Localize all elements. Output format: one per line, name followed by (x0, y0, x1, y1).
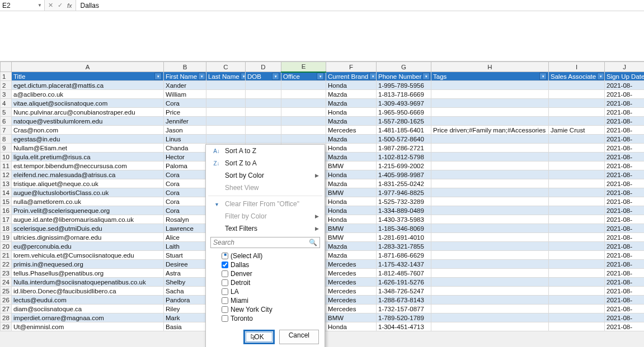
row-header-17[interactable]: 17 (1, 215, 12, 224)
filter-option[interactable]: LA (222, 287, 320, 296)
cell[interactable]: Honda (326, 170, 377, 179)
cell[interactable] (549, 179, 605, 188)
cell[interactable]: Cora (164, 179, 206, 188)
cell[interactable]: 2021-08- (605, 144, 645, 153)
formula-bar-expanded[interactable] (0, 11, 644, 61)
cell[interactable]: 1-525-732-3289 (377, 197, 431, 206)
cell[interactable] (281, 90, 326, 99)
filter-checkbox[interactable] (222, 279, 228, 286)
cell[interactable]: 1-500-572-8640 (377, 135, 431, 144)
row-header-28[interactable]: 28 (1, 313, 12, 322)
cell[interactable]: Mazda (326, 99, 377, 108)
sort-a-to-z[interactable]: A↓ Sort A to Z (206, 145, 325, 157)
cell[interactable] (246, 99, 281, 108)
cell[interactable]: lectus@eudui.com (12, 296, 164, 305)
filter-button-icon[interactable]: ▾ (422, 73, 430, 80)
cell[interactable]: Alice (164, 233, 206, 242)
cancel-button[interactable]: Cancel (279, 330, 319, 344)
cell[interactable] (549, 108, 605, 117)
filter-button-icon[interactable]: ▾ (597, 73, 604, 80)
cell[interactable] (246, 126, 281, 135)
cell[interactable] (431, 224, 549, 233)
cell[interactable]: Desiree (164, 260, 206, 269)
column-header-cell[interactable]: Phone Number▾ (377, 72, 431, 81)
cell[interactable]: 2021-08- (605, 233, 645, 242)
column-header-cell[interactable]: Tags▾ (431, 72, 549, 81)
cell[interactable]: Proin.velit@scelerisqueneque.org (12, 206, 164, 215)
cell[interactable]: 1-557-280-1625 (377, 117, 431, 126)
text-filters[interactable]: Text Filters ▶ (206, 222, 325, 235)
column-header-B[interactable]: B (164, 62, 206, 72)
cell[interactable] (549, 278, 605, 287)
cell[interactable]: Mazda (326, 179, 377, 188)
cell[interactable]: 1-309-493-9697 (377, 99, 431, 108)
cell[interactable]: lorem.vehicula.et@Cumsociisnatoque.edu (12, 251, 164, 260)
cell[interactable]: Hector (164, 153, 206, 161)
cell[interactable] (206, 135, 246, 144)
row-header-19[interactable]: 19 (1, 233, 12, 242)
row-header-5[interactable]: 5 (1, 108, 12, 117)
cell[interactable] (431, 197, 549, 206)
cell[interactable]: 2021-08- (605, 81, 645, 90)
cell[interactable]: Cora (164, 197, 206, 206)
filter-button-icon[interactable]: ▾ (272, 73, 279, 80)
filter-button-icon[interactable]: ▾ (154, 73, 162, 80)
cell[interactable]: 2021-08- (605, 278, 645, 287)
cell[interactable] (431, 233, 549, 242)
cell[interactable]: 2021-08- (605, 90, 645, 99)
row-header-2[interactable]: 2 (1, 81, 12, 90)
filter-button-icon[interactable]: ▾ (317, 73, 324, 80)
cell[interactable] (246, 117, 281, 126)
row-header-25[interactable]: 25 (1, 287, 12, 296)
cell[interactable]: scelerisque.sed@utmiDuis.edu (12, 224, 164, 233)
cell[interactable]: Honda (326, 197, 377, 206)
cell[interactable]: 1-405-998-9987 (377, 170, 431, 179)
cell[interactable]: 1-185-346-8069 (377, 224, 431, 233)
cell[interactable]: Mercedes (326, 278, 377, 287)
cell[interactable]: ligula.elit.pretium@risus.ca (12, 153, 164, 161)
cell[interactable]: Mercedes (326, 287, 377, 296)
cell[interactable] (431, 296, 549, 305)
sort-by-color[interactable]: Sort by Color ▶ (206, 169, 325, 182)
row-header-26[interactable]: 26 (1, 296, 12, 305)
cell[interactable] (431, 206, 549, 215)
cell[interactable]: Honda (326, 108, 377, 117)
cell[interactable] (281, 99, 326, 108)
cell[interactable]: Riley (164, 305, 206, 313)
cell[interactable]: 1-871-686-6629 (377, 251, 431, 260)
cell[interactable]: Cora (164, 188, 206, 197)
cell[interactable]: vitae.aliquet@sociisnatoque.com (12, 99, 164, 108)
formula-input[interactable]: Dallas (76, 0, 644, 11)
cell[interactable]: 1-813-718-6669 (377, 90, 431, 99)
filter-search-input[interactable] (213, 238, 309, 247)
cell[interactable]: primis.in@nequesed.org (12, 260, 164, 269)
cell[interactable]: 1-965-950-6669 (377, 108, 431, 117)
cell[interactable]: BMW (326, 313, 377, 322)
cell[interactable]: Honda (326, 81, 377, 90)
column-header-J[interactable]: J (605, 62, 645, 72)
cell[interactable] (549, 322, 605, 331)
cell[interactable]: 2021-08- (605, 242, 645, 251)
cell[interactable] (431, 99, 549, 108)
column-header-D[interactable]: D (246, 62, 281, 72)
cell[interactable] (549, 153, 605, 161)
filter-option[interactable]: Toronto (222, 314, 320, 323)
row-header-12[interactable]: 12 (1, 170, 12, 179)
cell[interactable]: augue@luctuslobortisClass.co.uk (12, 188, 164, 197)
cell[interactable]: BMW (326, 233, 377, 242)
ok-button[interactable]: OK (243, 330, 274, 344)
row-header-15[interactable]: 15 (1, 197, 12, 206)
cell[interactable] (549, 117, 605, 126)
row-header-8[interactable]: 8 (1, 135, 12, 144)
cell[interactable]: Paloma (164, 161, 206, 170)
cell[interactable] (281, 117, 326, 126)
column-header-cell[interactable]: DOB▾ (246, 72, 281, 81)
cell[interactable] (549, 296, 605, 305)
name-box-dropdown-icon[interactable]: ▼ (37, 3, 42, 8)
cell[interactable] (549, 269, 605, 278)
cell[interactable]: 2021-08- (605, 260, 645, 269)
cell[interactable]: 1-626-191-5276 (377, 278, 431, 287)
cell[interactable] (431, 144, 549, 153)
cell[interactable]: Cora (164, 99, 206, 108)
cell[interactable]: Price driven;#Family man;#Accessories (431, 126, 549, 135)
